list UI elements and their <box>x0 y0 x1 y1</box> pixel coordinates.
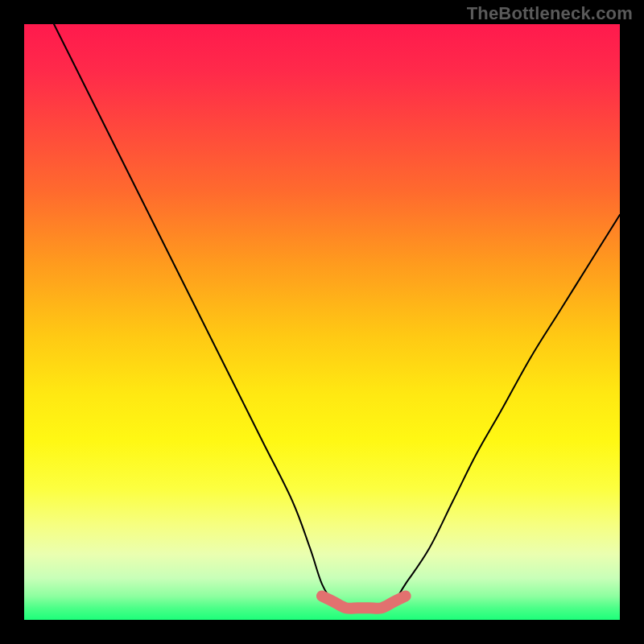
plot-area <box>24 24 620 620</box>
chart-frame: TheBottleneck.com <box>0 0 644 644</box>
curve-path <box>54 24 620 609</box>
optimal-band-path <box>322 596 406 608</box>
watermark-text: TheBottleneck.com <box>467 5 633 23</box>
chart-svg <box>24 24 620 620</box>
